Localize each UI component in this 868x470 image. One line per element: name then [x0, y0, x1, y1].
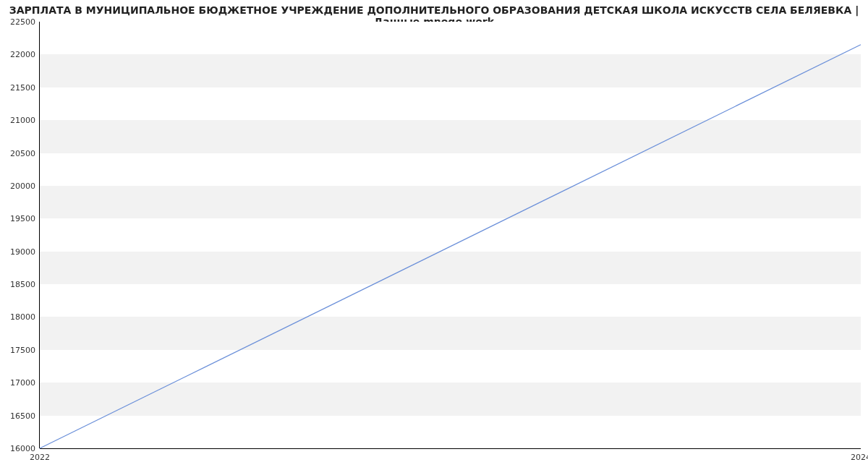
y-tick-label: 20500: [10, 148, 35, 158]
y-tick-label: 21000: [10, 116, 35, 125]
y-tick-label: 22500: [10, 17, 35, 27]
y-tick-label: 19500: [10, 214, 35, 223]
x-axis-line: [40, 448, 861, 449]
x-tick-label: 2022: [30, 453, 50, 462]
y-tick-label: 22000: [10, 50, 35, 59]
y-tick-label: 18000: [10, 312, 35, 322]
y-tick-label: 18500: [10, 280, 35, 289]
x-tick-label: 2024: [851, 453, 868, 462]
line-layer: [40, 22, 861, 448]
plot-area-wrapper: 1600016500170001750018000185001900019500…: [40, 22, 861, 448]
y-tick-label: 17000: [10, 378, 35, 388]
y-tick-label: 19000: [10, 247, 35, 256]
y-tick-label: 17500: [10, 345, 35, 354]
series-line: [40, 45, 861, 448]
y-tick-label: 16500: [10, 411, 35, 420]
y-tick-label: 16000: [10, 444, 35, 453]
y-tick-label: 20000: [10, 181, 35, 190]
y-tick-label: 21500: [10, 82, 35, 92]
